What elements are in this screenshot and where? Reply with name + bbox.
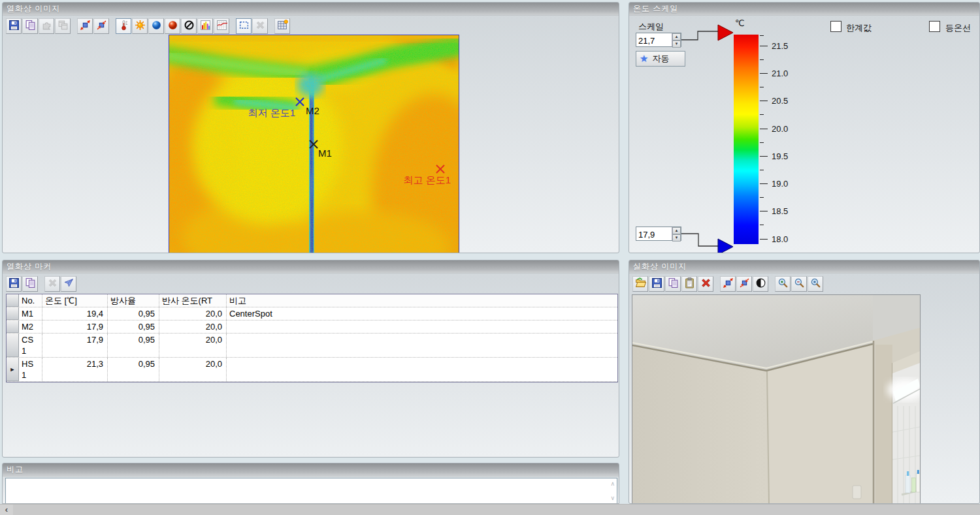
spin-up-button[interactable]: ▲ [672, 227, 681, 234]
remarks-textarea[interactable] [6, 478, 606, 504]
app-window: 열화상 이미지 [0, 0, 980, 515]
delete-red-button[interactable] [698, 276, 713, 292]
cell-no[interactable]: M2 [19, 320, 42, 333]
table-row[interactable]: M119,40,9520,0CenterSpot [7, 307, 617, 320]
column-header[interactable]: 온도 [℃] [42, 294, 108, 307]
spin-down-button[interactable]: ▼ [672, 234, 681, 242]
save-icon [8, 20, 20, 33]
scroll-up-icon[interactable]: ∧ [610, 481, 615, 487]
cell-note[interactable] [227, 320, 617, 333]
cell-no[interactable]: M1 [19, 307, 42, 320]
column-header[interactable]: 반사 온도(RT [159, 294, 227, 307]
spin-down-icon: ▼ [675, 42, 679, 46]
colorbar-tick-minor [760, 225, 764, 225]
cell-emissivity[interactable]: 0,95 [108, 320, 159, 333]
cell-reflected-temp[interactable]: 20,0 [159, 307, 227, 320]
colorbar-tick-major [760, 101, 768, 101]
row-header-cell[interactable] [7, 320, 19, 333]
scale-max-input[interactable] [636, 33, 672, 46]
cell-note[interactable] [227, 334, 617, 357]
table-row[interactable]: CS117,90,9520,0 [7, 334, 617, 358]
limit-checkbox[interactable] [830, 21, 841, 32]
scale-min-pointer[interactable] [718, 239, 733, 253]
cell-emissivity[interactable]: 0,95 [108, 334, 159, 357]
temperature-colorbar[interactable] [734, 35, 759, 244]
column-header[interactable]: 방사율 [108, 294, 159, 307]
contrast-button[interactable] [753, 276, 768, 292]
cell-note[interactable]: CenterSpot [227, 307, 617, 320]
scroll-left-button[interactable]: ‹ [0, 505, 13, 515]
row-header-cell[interactable] [7, 307, 19, 320]
copy-button[interactable] [665, 276, 681, 292]
palette-grid-button[interactable] [274, 18, 290, 34]
auto-button-label: 자동 [652, 53, 669, 65]
temperature-unit-label: ℃ [735, 18, 745, 28]
thermal-image[interactable]: 최저 온도1 M2 M1 최고 온도1 [169, 35, 459, 253]
cell-no[interactable]: HS1 [19, 358, 42, 381]
folder-open-icon [635, 277, 646, 291]
contrast-icon [755, 277, 766, 291]
cell-emissivity[interactable]: 0,95 [108, 307, 159, 320]
save-button[interactable] [649, 276, 664, 292]
scale-min-input[interactable] [636, 227, 672, 240]
cell-temperature[interactable]: 19,4 [42, 307, 108, 320]
copy-button[interactable] [22, 18, 38, 34]
real-photo[interactable] [632, 294, 921, 504]
copy-button[interactable] [22, 276, 38, 292]
cell-emissivity[interactable]: 0,95 [108, 358, 159, 381]
send-arrow-icon [63, 277, 74, 291]
column-header[interactable]: 비고 [227, 294, 617, 307]
table-row[interactable]: M217,90,9520,0 [7, 320, 617, 334]
horizontal-scrollbar[interactable]: ‹ [0, 504, 980, 515]
zoom-out-button[interactable] [791, 276, 807, 292]
profile-chart-button[interactable] [214, 18, 229, 34]
markers-table: No.온도 [℃]방사율반사 온도(RT비고M119,40,9520,0Cent… [6, 294, 618, 382]
thermometer-icon [118, 20, 129, 33]
auto-scale-button[interactable]: ★ 자동 [636, 51, 685, 67]
send-arrow-button[interactable] [61, 276, 76, 292]
current-row-indicator[interactable]: ► [7, 358, 19, 381]
paste-button[interactable] [681, 276, 697, 292]
colorbar-tick-major [760, 183, 768, 184]
cell-temperature[interactable]: 17,9 [42, 334, 108, 357]
cell-temperature[interactable]: 21,3 [42, 358, 108, 381]
isotherm-checkbox[interactable] [929, 21, 940, 32]
scale-max-pointer[interactable] [718, 25, 733, 40]
column-header[interactable]: No. [19, 294, 42, 307]
cell-note[interactable] [227, 358, 617, 381]
m1-label: M1 [318, 148, 332, 159]
toolbar-separator [769, 276, 775, 292]
sun-button[interactable] [132, 18, 148, 34]
real-panel-title: 실화상 이미지 [629, 260, 979, 273]
thermal-panel-title-text: 열화상 이미지 [7, 4, 60, 13]
histogram-button[interactable] [197, 18, 213, 34]
cell-no[interactable]: CS1 [19, 334, 42, 357]
save-button[interactable] [6, 276, 22, 292]
cell-reflected-temp[interactable]: 20,0 [159, 320, 227, 333]
shrink-button[interactable] [736, 276, 752, 292]
zoom-in-button[interactable] [775, 276, 791, 292]
red-ball-icon [167, 20, 178, 33]
scroll-down-icon[interactable]: ∨ [610, 495, 615, 501]
profile-chart-icon [216, 20, 227, 33]
red-ball-button[interactable] [165, 18, 180, 34]
spin-up-button[interactable]: ▲ [672, 33, 681, 40]
table-row[interactable]: ►HS121,30,9520,0 [7, 358, 617, 382]
save-button[interactable] [6, 18, 22, 34]
real-panel-title-text: 실화상 이미지 [633, 262, 687, 271]
selection-button[interactable] [236, 18, 252, 34]
expand-button[interactable] [720, 276, 736, 292]
blue-ball-button[interactable] [148, 18, 164, 34]
thermometer-button[interactable] [116, 18, 131, 34]
folder-open-button[interactable] [632, 276, 648, 292]
expand-button[interactable] [77, 18, 93, 34]
row-header-cell[interactable] [7, 334, 19, 357]
no-entry-icon [184, 20, 195, 33]
zoom-actual-button[interactable] [808, 276, 823, 292]
no-entry-button[interactable] [181, 18, 197, 34]
cell-reflected-temp[interactable]: 20,0 [159, 358, 227, 381]
shrink-button[interactable] [93, 18, 109, 34]
cell-temperature[interactable]: 17,9 [42, 320, 108, 333]
cell-reflected-temp[interactable]: 20,0 [159, 334, 227, 357]
spin-down-button[interactable]: ▼ [672, 40, 681, 48]
